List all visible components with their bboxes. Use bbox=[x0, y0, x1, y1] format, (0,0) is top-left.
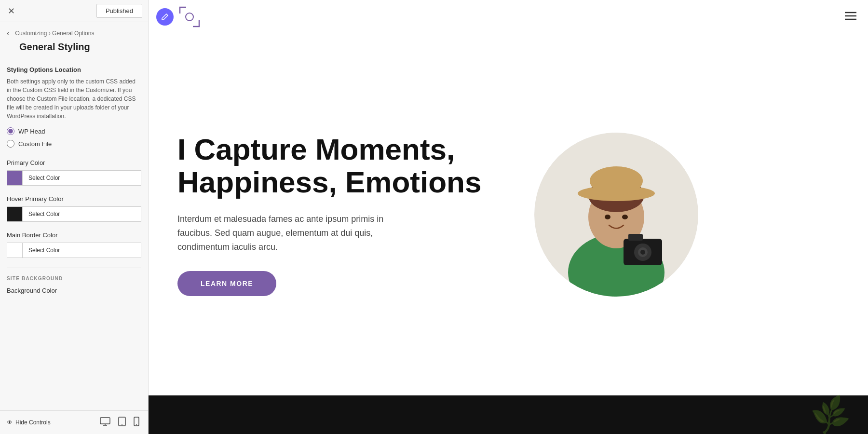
close-button[interactable]: ✕ bbox=[6, 4, 17, 18]
panel-content: Styling Options Location Both settings a… bbox=[0, 59, 148, 410]
svg-rect-21 bbox=[628, 234, 643, 241]
main-border-color-section: Main Border Color Select Color bbox=[7, 231, 141, 258]
svg-point-4 bbox=[122, 424, 122, 425]
primary-color-button[interactable]: Select Color bbox=[22, 170, 141, 186]
tablet-icon bbox=[118, 417, 126, 426]
radio-group: WP Head Custom File bbox=[7, 127, 141, 148]
breadcrumb-current: General Options bbox=[52, 30, 94, 37]
right-panel: I Capture Moments, Happiness, Emotions I… bbox=[149, 0, 868, 434]
hamburger-menu-button[interactable] bbox=[841, 9, 860, 25]
published-button[interactable]: Published bbox=[96, 4, 142, 18]
bottom-bar: 👁 Hide Controls bbox=[0, 410, 148, 434]
primary-color-swatch[interactable] bbox=[7, 170, 22, 186]
edit-icon-button[interactable] bbox=[156, 8, 174, 26]
background-color-section: Background Color bbox=[7, 287, 141, 294]
hide-controls-button[interactable]: 👁 Hide Controls bbox=[7, 419, 51, 426]
radio-custom-file-label: Custom File bbox=[18, 140, 52, 148]
breadcrumb-parent: Customizing bbox=[15, 30, 47, 37]
styling-options-title: Styling Options Location bbox=[7, 66, 141, 73]
background-color-label: Background Color bbox=[7, 287, 141, 294]
radio-custom-file[interactable]: Custom File bbox=[7, 140, 141, 148]
main-border-color-picker-row: Select Color bbox=[7, 243, 141, 258]
hero-title: I Capture Moments, Happiness, Emotions bbox=[177, 133, 515, 199]
svg-point-19 bbox=[622, 215, 628, 219]
person-illustration bbox=[534, 133, 698, 297]
svg-rect-0 bbox=[100, 418, 110, 424]
main-border-color-label: Main Border Color bbox=[7, 231, 141, 239]
eye-icon: 👁 bbox=[7, 419, 13, 426]
toolbar-left bbox=[156, 5, 202, 29]
radio-wp-head[interactable]: WP Head bbox=[7, 127, 141, 135]
hamburger-icon bbox=[845, 12, 856, 20]
pencil-icon bbox=[161, 13, 169, 21]
footer-strip: 🌿 bbox=[149, 395, 868, 434]
back-button[interactable]: ‹ bbox=[7, 28, 12, 39]
primary-color-label: Primary Color bbox=[7, 159, 141, 166]
hover-primary-color-picker-row: Select Color bbox=[7, 206, 141, 222]
hero-subtitle: Interdum et malesuada fames ac ante ipsu… bbox=[177, 212, 409, 254]
hero-image-container bbox=[534, 133, 698, 297]
hide-controls-label: Hide Controls bbox=[15, 419, 51, 426]
focus-frame-icon bbox=[177, 5, 202, 29]
top-bar: ✕ Published bbox=[0, 0, 148, 22]
left-panel: ✕ Published ‹ Customizing › General Opti… bbox=[0, 0, 149, 434]
primary-color-section: Primary Color Select Color bbox=[7, 159, 141, 186]
svg-point-17 bbox=[590, 166, 643, 195]
main-border-color-swatch[interactable] bbox=[7, 243, 22, 258]
device-icons bbox=[98, 416, 141, 429]
nav-bar: ‹ Customizing › General Options bbox=[0, 22, 148, 41]
site-background-label: SITE BACKGROUND bbox=[7, 268, 141, 287]
tablet-device-button[interactable] bbox=[116, 416, 128, 429]
hover-primary-color-button[interactable]: Select Color bbox=[22, 206, 141, 222]
desktop-icon bbox=[100, 417, 110, 426]
svg-point-7 bbox=[186, 13, 193, 21]
styling-options-desc: Both settings apply only to the custom C… bbox=[7, 77, 141, 121]
hero-section: I Capture Moments, Happiness, Emotions I… bbox=[149, 34, 868, 395]
svg-point-24 bbox=[640, 250, 645, 255]
main-border-color-button[interactable]: Select Color bbox=[22, 243, 141, 258]
svg-point-6 bbox=[136, 424, 137, 425]
desktop-device-button[interactable] bbox=[98, 416, 112, 429]
mobile-device-button[interactable] bbox=[132, 416, 141, 429]
footer-decoration: 🌿 bbox=[808, 393, 854, 434]
radio-wp-head-label: WP Head bbox=[18, 128, 45, 135]
focus-frame bbox=[177, 5, 202, 29]
hero-text: I Capture Moments, Happiness, Emotions I… bbox=[177, 133, 515, 297]
panel-title: General Styling bbox=[0, 41, 148, 59]
preview-toolbar bbox=[149, 0, 868, 34]
hover-primary-color-swatch[interactable] bbox=[7, 206, 22, 222]
mobile-icon bbox=[134, 417, 139, 426]
primary-color-picker-row: Select Color bbox=[7, 170, 141, 186]
hover-primary-color-label: Hover Primary Color bbox=[7, 195, 141, 203]
radio-wp-head-input[interactable] bbox=[7, 127, 14, 135]
hover-primary-color-section: Hover Primary Color Select Color bbox=[7, 195, 141, 222]
radio-custom-file-input[interactable] bbox=[7, 140, 14, 148]
breadcrumb: Customizing › General Options bbox=[15, 30, 94, 37]
learn-more-button[interactable]: LEARN MORE bbox=[177, 271, 276, 296]
svg-point-18 bbox=[605, 215, 610, 219]
breadcrumb-sep: › bbox=[49, 30, 51, 37]
